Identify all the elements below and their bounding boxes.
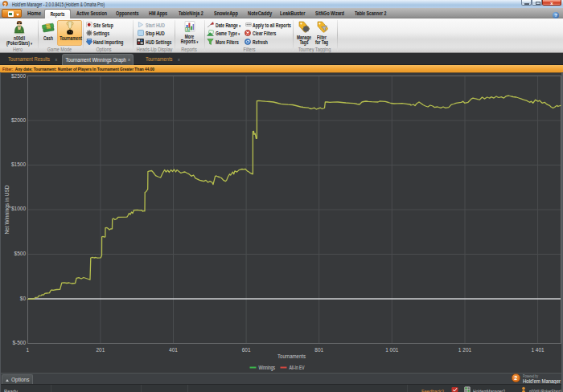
svg-text:1 201: 1 201 [458,347,472,353]
svg-text:$-500: $-500 [12,340,26,345]
svg-text:401: 401 [169,347,178,353]
svg-text:201: 201 [96,347,105,353]
svg-text:1: 1 [27,347,30,353]
svg-text:$1500: $1500 [11,161,26,167]
svg-text:Tournaments: Tournaments [277,353,306,359]
svg-text:601: 601 [242,347,251,353]
svg-text:$2000: $2000 [11,117,26,123]
svg-text:$0: $0 [20,296,27,301]
svg-text:$500: $500 [14,251,27,256]
svg-text:Winnings: Winnings [259,365,276,371]
svg-text:1 401: 1 401 [531,347,545,353]
svg-text:1 001: 1 001 [385,347,399,353]
svg-text:$2500: $2500 [11,73,26,79]
svg-text:$1000: $1000 [11,206,26,211]
svg-text:Net Winnings in USD: Net Winnings in USD [4,185,10,234]
svg-text:All-In EV: All-In EV [290,365,305,370]
svg-text:801: 801 [314,347,323,353]
